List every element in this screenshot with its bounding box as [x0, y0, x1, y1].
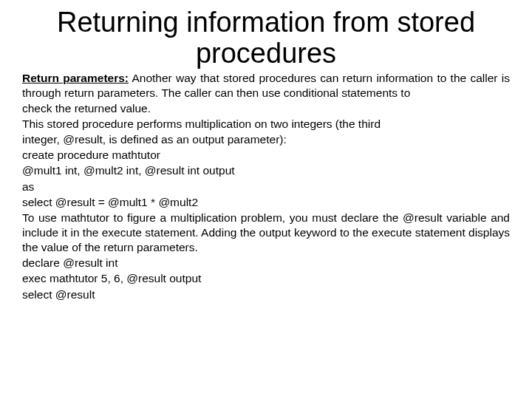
code-line-4: select @result = @mult1 * @mult2 [22, 195, 510, 210]
code-line-3: as [22, 180, 510, 194]
para-2: check the returned value. [22, 101, 510, 116]
slide-title: Returning information from stored proced… [22, 7, 510, 69]
para-lead: Return parameters: Another way that stor… [22, 71, 510, 100]
code-line-7: select @result [22, 287, 510, 302]
lead-label: Return parameters: [22, 72, 129, 84]
code-line-1: create procedure mathtutor [22, 148, 510, 163]
code-line-2: @mult1 int, @mult2 int, @result int outp… [22, 163, 510, 178]
para-4: integer, @result, is defined as an outpu… [22, 132, 510, 147]
slide-body: Return parameters: Another way that stor… [22, 71, 510, 302]
code-line-5: declare @result int [22, 256, 510, 270]
slide: Returning information from stored proced… [0, 0, 532, 399]
para-9: To use mathtutor to figure a multiplicat… [22, 211, 510, 255]
code-line-6: exec mathtutor 5, 6, @result output [22, 271, 510, 286]
para-3: This stored procedure performs multiplic… [22, 117, 510, 132]
